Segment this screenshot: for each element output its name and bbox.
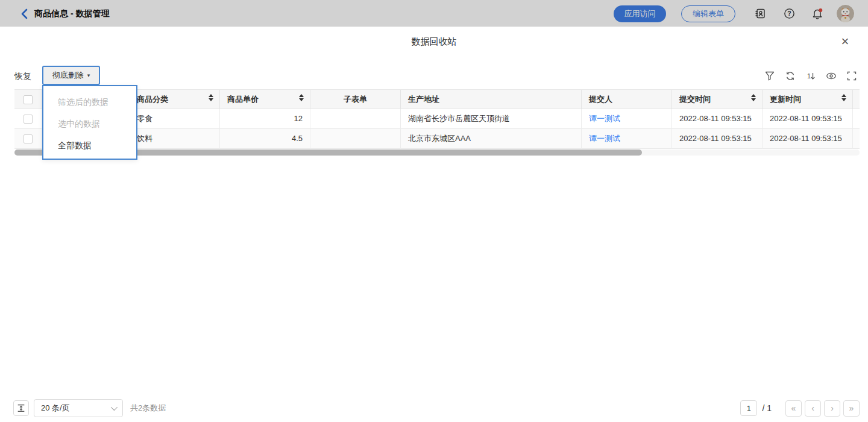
row-checkbox[interactable] [24,115,33,124]
sort-icon[interactable]: 1 [805,71,816,81]
select-all-checkbox[interactable] [24,95,33,104]
last-page-button[interactable]: » [843,400,860,417]
menu-item-all-data[interactable]: 全部数据 [43,134,136,156]
svg-text:1: 1 [807,72,811,80]
total-count-label: 共2条数据 [130,403,166,414]
cell-price: 4.5 [220,129,310,149]
header-cell-address: 生产地址 [401,90,582,110]
cell-update-time: 2022-08-11 09:53:15 [763,129,853,149]
row-height-icon [16,403,26,413]
fullscreen-icon[interactable] [846,71,857,81]
sort-toggle-icon[interactable] [299,94,304,101]
row-height-button[interactable] [13,400,29,416]
header-cell-extra [853,90,860,110]
avatar[interactable] [837,5,854,22]
header-cell-update-time[interactable]: 更新时间 [763,90,853,110]
header-cell-price[interactable]: 商品单价 [220,90,310,110]
delete-dropdown-menu: 筛选后的数据 选中的数据 全部数据 [42,85,137,160]
prev-page-icon: ‹ [811,403,814,413]
data-table: 商品分类 商品单价 子表单 生产地址 提交人 提交时间 更新时间 零食 [14,89,860,149]
cell-category: 零食 [130,109,220,129]
cell-subform [310,109,401,129]
modal-title: 数据回收站 [0,36,868,48]
sort-toggle-icon[interactable] [209,94,213,101]
svg-text:?: ? [787,10,791,17]
page-size-select[interactable]: 20 条/页 [34,399,123,417]
submitter-link[interactable]: 谭一测试 [589,134,620,143]
chevron-down-icon [111,404,118,411]
table-row: 饮料 4.5 北京市东城区AAA 谭一测试 2022-08-11 09:53:1… [14,129,860,149]
header-cell-submit-time[interactable]: 提交时间 [672,90,763,110]
refresh-icon[interactable] [785,71,796,81]
table-row: 零食 12 湖南省长沙市岳麓区天顶街道 谭一测试 2022-08-11 09:5… [14,109,860,129]
sort-toggle-icon[interactable] [841,94,846,101]
column-visibility-eye-icon[interactable] [826,71,837,81]
modal-backdrop-dim [0,0,868,27]
cell-address: 北京市东城区AAA [401,129,582,149]
next-page-button[interactable]: › [824,400,840,417]
first-page-button[interactable]: « [785,400,802,417]
header-cell-checkbox [14,90,42,110]
help-icon[interactable]: ? [784,8,795,19]
pagination-bar: 20 条/页 共2条数据 / 1 « ‹ › » [0,394,868,422]
recycle-bin-modal: 数据回收站 × 恢复 彻底删除 ▾ 1 [0,27,868,422]
app-access-button[interactable]: 应用访问 [614,5,666,22]
contacts-icon[interactable] [755,8,766,19]
page-input[interactable] [740,400,757,416]
filter-icon[interactable] [764,71,775,81]
last-page-icon: » [849,403,854,413]
menu-item-selected-data[interactable]: 选中的数据 [43,113,136,134]
sort-toggle-icon[interactable] [751,94,756,101]
back-button[interactable] [18,7,31,20]
close-icon: × [841,34,849,49]
caret-down-icon: ▾ [87,72,90,78]
cell-submit-time: 2022-08-11 09:53:15 [672,109,763,129]
header-cell-submitter: 提交人 [582,90,672,110]
cell-price: 12 [220,109,310,129]
page-total-label: / 1 [762,403,772,413]
page-size-value: 20 条/页 [41,403,70,414]
notifications-bell-icon[interactable] [811,8,823,19]
header-cell-category[interactable]: 商品分类 [130,90,220,110]
next-page-icon: › [831,403,834,413]
close-button[interactable]: × [837,33,854,50]
submitter-link[interactable]: 谭一测试 [589,114,620,123]
row-checkbox[interactable] [24,134,33,143]
delete-dropdown-button[interactable]: 彻底删除 ▾ [42,66,100,85]
table-header-row: 商品分类 商品单价 子表单 生产地址 提交人 提交时间 更新时间 [14,89,860,109]
page-title: 商品信息 - 数据管理 [34,8,109,19]
first-page-icon: « [791,403,796,413]
cell-address: 湖南省长沙市岳麓区天顶街道 [401,109,582,129]
horizontal-scrollbar[interactable] [14,150,860,156]
restore-button[interactable]: 恢复 [14,71,31,81]
cell-subform [310,129,401,149]
edit-form-button[interactable]: 编辑表单 [681,5,735,22]
cell-submit-time: 2022-08-11 09:53:15 [672,129,763,149]
menu-item-filtered-data[interactable]: 筛选后的数据 [43,91,136,113]
prev-page-button[interactable]: ‹ [805,400,821,417]
delete-button-label: 彻底删除 [52,70,84,81]
cell-update-time: 2022-08-11 09:53:15 [763,109,853,129]
header-cell-subform: 子表单 [310,90,401,110]
topbar: 商品信息 - 数据管理 应用访问 编辑表单 ? [0,0,868,27]
cell-category: 饮料 [130,129,220,149]
back-chevron-icon [18,7,31,20]
notification-dot [819,8,822,12]
